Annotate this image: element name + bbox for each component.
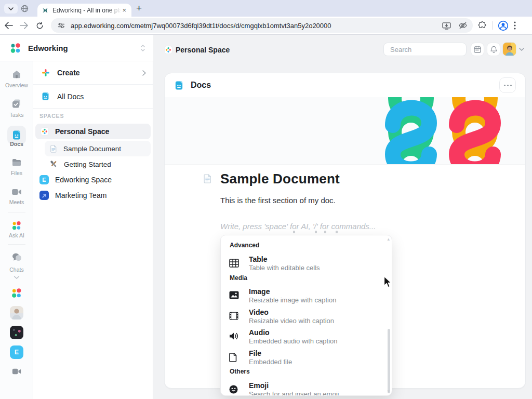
rail-label-chats[interactable]: Chats [0, 267, 33, 273]
rail-label-meets[interactable]: Meets [0, 199, 33, 205]
extensions-icon[interactable] [478, 21, 487, 30]
page-icon[interactable] [203, 174, 212, 183]
workspace-e-avatar[interactable]: E [10, 345, 23, 359]
tab-search-button[interactable] [4, 4, 18, 14]
sidebar-item-edworking-space[interactable]: E Edworking Space [35, 172, 151, 188]
sidebar-item-sample-document[interactable]: Sample Document [45, 141, 151, 156]
menu-item-desc: Search for and insert an emoji [249, 390, 339, 396]
space-label: Marketing Team [55, 191, 107, 200]
menu-item-title: Emoji [249, 381, 269, 390]
url-text[interactable]: app.edworking.com/cmetmj7wq00073d6fql39d… [71, 22, 442, 30]
document-title[interactable]: Sample Document [220, 171, 340, 187]
rail-label-docs[interactable]: Docs [0, 141, 33, 147]
menu-item-video[interactable]: Video Resizable video with caption [221, 307, 392, 328]
editor-placeholder[interactable]: Write, press 'space' for AI, '/' for com… [220, 222, 504, 231]
emoji-icon [229, 385, 238, 394]
site-controls-icon[interactable] [57, 21, 65, 30]
workspace-switcher-icon[interactable] [140, 44, 145, 52]
notifications-button[interactable] [487, 43, 500, 56]
chat-bubbles-icon[interactable] [11, 253, 21, 262]
menu-item-desc: Resizable video with caption [249, 317, 334, 325]
forward-button[interactable] [17, 18, 31, 33]
document-paragraph[interactable]: This is the first section of my doc. [220, 196, 504, 205]
menu-scrollbar[interactable] [388, 329, 390, 393]
scroll-up-icon[interactable]: ▴ [387, 237, 390, 242]
obscured-text-fragment [315, 231, 317, 233]
new-tab-button[interactable]: + [136, 3, 142, 14]
sidebar-item-all-docs[interactable]: All Docs [33, 85, 153, 109]
chevron-down-icon[interactable] [14, 276, 19, 279]
search-input[interactable] [383, 43, 467, 56]
mouse-cursor [383, 276, 392, 288]
create-label: Create [57, 69, 80, 77]
rail-divider [8, 212, 25, 212]
camera-icon[interactable] [11, 189, 21, 195]
slash-command-menu: Advanced Table Table with editable cells… [220, 235, 392, 396]
rail-label-overview[interactable]: Overview [0, 82, 33, 88]
document-body[interactable]: Sample Document This is the first sectio… [165, 165, 525, 231]
menu-item-desc: Embedded audio with caption [249, 337, 338, 345]
panel-title: Docs [191, 81, 211, 90]
app-screen: Edworkinq - All in one platfo × + app.ed… [0, 0, 532, 399]
back-button[interactable] [1, 18, 16, 33]
profile-icon[interactable] [498, 20, 509, 31]
sidebar-item-create[interactable]: Create [33, 61, 153, 85]
scroll-down-icon[interactable]: ▾ [387, 389, 390, 394]
ask-ai-logo-icon[interactable] [11, 220, 22, 231]
menu-item-file[interactable]: File Embedded file [221, 348, 392, 369]
home-icon[interactable] [12, 70, 21, 78]
more-options-button[interactable] [499, 77, 516, 93]
globe-icon[interactable] [21, 5, 29, 12]
spaces-caption: SPACES [39, 113, 64, 119]
document-cover[interactable] [165, 97, 525, 165]
sidebar-item-marketing-team[interactable]: Marketing Team [35, 188, 151, 203]
menu-item-title: Table [249, 255, 268, 263]
browser-tab-strip: Edworkinq - All in one platfo × + [0, 0, 532, 17]
icon-rail: Overview Tasks Docs Files Meets Ask AI C… [0, 61, 33, 399]
page-title: Personal Space [176, 46, 230, 54]
browser-tab[interactable]: Edworkinq - All in one platfo × [37, 4, 131, 17]
user-avatar[interactable] [10, 306, 23, 320]
tab-close-button[interactable]: × [121, 7, 127, 14]
menu-item-image[interactable]: Image Resizable image with caption [221, 286, 392, 307]
menu-item-emoji[interactable]: Emoji Search for and insert an emoji [221, 380, 392, 396]
video-icon [229, 312, 238, 320]
sidebar-item-personal-space[interactable]: Personal Space [35, 124, 151, 139]
workspace-header[interactable]: Edworking [0, 35, 153, 61]
menu-item-audio[interactable]: Audio Embedded audio with caption [221, 327, 392, 348]
chevron-right-icon [142, 70, 146, 76]
calendar-button[interactable] [471, 43, 484, 56]
chevron-down-icon[interactable] [519, 48, 524, 51]
e-avatar: E [39, 175, 49, 184]
space-label: Sample Document [63, 145, 121, 153]
rail-label-ask-ai[interactable]: Ask AI [0, 232, 33, 238]
menu-item-title: File [249, 349, 261, 357]
user-avatar[interactable] [502, 42, 516, 56]
create-plus-icon [42, 69, 50, 77]
docs-panel-header: Docs [165, 73, 525, 97]
sidebar-item-getting-started[interactable]: Getting Started [45, 156, 151, 172]
tasks-icon[interactable] [12, 99, 21, 108]
workspace-dots-avatar[interactable] [10, 287, 22, 299]
rail-label-files[interactable]: Files [0, 170, 33, 176]
obscured-text-fragment [324, 231, 326, 233]
install-icon[interactable] [442, 22, 451, 30]
audio-icon [229, 332, 239, 340]
reload-button[interactable] [32, 18, 47, 33]
obscured-text-fragment [336, 231, 338, 233]
menu-item-table[interactable]: Table Table with editable cells [221, 254, 392, 275]
docs-icon[interactable] [11, 130, 22, 140]
page-icon [50, 145, 57, 153]
user-avatar[interactable] [10, 326, 23, 339]
eye-off-icon[interactable] [458, 22, 468, 29]
menu-item-title: Image [249, 287, 270, 296]
bell-icon [490, 46, 497, 54]
calendar-icon [474, 46, 481, 53]
folder-icon[interactable] [12, 158, 21, 166]
screen-share-camera-icon[interactable] [12, 368, 21, 375]
url-bar[interactable]: app.edworking.com/cmetmj7wq00073d6fql39d… [51, 18, 473, 33]
rail-label-tasks[interactable]: Tasks [0, 112, 33, 118]
kebab-menu-icon[interactable] [514, 21, 516, 30]
menu-item-title: Video [249, 308, 269, 316]
toolbar-divider [492, 21, 493, 30]
